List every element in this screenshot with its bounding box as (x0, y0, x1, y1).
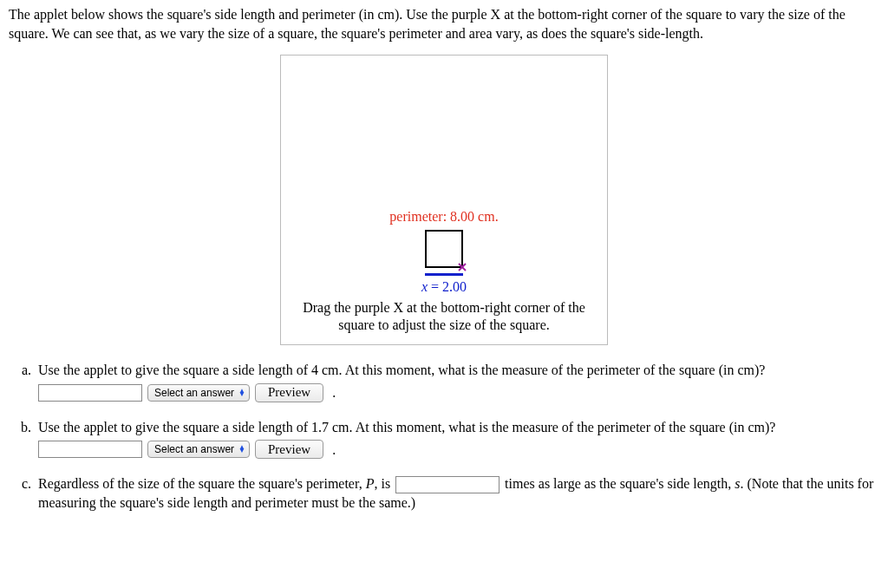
applet-instructions: Drag the purple X at the bottom-right co… (281, 299, 607, 334)
question-a-preview-button[interactable]: Preview (255, 383, 323, 402)
qc-text-pre: Regardless of the size of the square the… (38, 476, 366, 491)
question-c-input[interactable] (395, 476, 500, 493)
question-a-input[interactable] (38, 384, 142, 402)
question-c: c. Regardless of the size of the square … (9, 474, 879, 516)
qc-var-P: P (366, 476, 375, 491)
applet-box: perimeter: 8.00 cm. x = 2.00 Drag the p (280, 55, 608, 345)
drag-handle-x-icon[interactable] (458, 263, 467, 271)
select-label: Select an answer (154, 442, 234, 456)
x-marker-line (281, 273, 607, 276)
perimeter-label: perimeter: 8.00 cm. (281, 207, 607, 226)
x-value-label: x = 2.00 (281, 278, 607, 297)
question-a-select[interactable]: Select an answer ▲▼ (147, 384, 250, 402)
applet-container: perimeter: 8.00 cm. x = 2.00 Drag the p (9, 55, 879, 345)
chevron-updown-icon: ▲▼ (238, 389, 245, 396)
question-a: a. Use the applet to give the square a s… (9, 361, 879, 402)
question-b: b. Use the applet to give the square a s… (9, 418, 879, 460)
qc-text-between: , is (374, 476, 394, 491)
question-marker-c: c. (9, 474, 38, 516)
square-shape (425, 230, 463, 268)
question-b-select[interactable]: Select an answer ▲▼ (147, 441, 250, 458)
chevron-updown-icon: ▲▼ (238, 446, 245, 453)
x-variable: x (421, 279, 428, 294)
question-a-prompt: Use the applet to give the square a side… (38, 361, 879, 380)
question-b-input[interactable] (38, 441, 142, 458)
question-marker-a: a. (9, 361, 38, 402)
question-b-preview-button[interactable]: Preview (255, 440, 323, 459)
question-marker-b: b. (9, 418, 38, 460)
trailing-dot: . (332, 441, 336, 460)
question-c-prompt: Regardless of the size of the square the… (38, 474, 879, 513)
questions-list: a. Use the applet to give the square a s… (9, 361, 879, 516)
question-b-prompt: Use the applet to give the square a side… (38, 418, 879, 437)
trailing-dot: . (332, 383, 336, 402)
qc-text-after: times as large as the square's side leng… (501, 476, 735, 491)
select-label: Select an answer (154, 386, 234, 400)
intro-text: The applet below shows the square's side… (9, 5, 879, 42)
x-equals: = 2.00 (428, 279, 467, 294)
